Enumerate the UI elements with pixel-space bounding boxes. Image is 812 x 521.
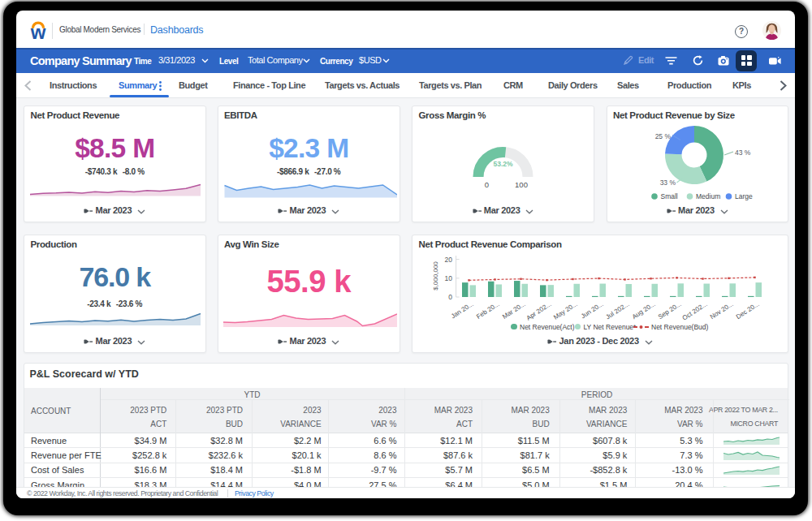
svg-text:w: w: [30, 21, 46, 43]
svg-text:Small: Small: [660, 192, 677, 200]
svg-text:Oct 202...: Oct 202...: [681, 300, 709, 321]
svg-text:Feb 20...: Feb 20...: [475, 300, 500, 321]
svg-text:0: 0: [448, 293, 452, 301]
svg-text:0: 0: [485, 180, 489, 189]
svg-text:Large: Large: [735, 192, 753, 200]
svg-text:Mar 20...: Mar 20...: [501, 300, 526, 321]
svg-text:43 %: 43 %: [735, 149, 751, 157]
svg-text:Dec 20...: Dec 20...: [735, 300, 761, 321]
svg-text:Nov 20...: Nov 20...: [709, 300, 735, 321]
svg-text:$,000,000: $,000,000: [432, 261, 439, 291]
svg-text:May 20...: May 20...: [552, 300, 578, 321]
svg-text:33 %: 33 %: [659, 179, 676, 187]
svg-text:Sep 20...: Sep 20...: [657, 300, 683, 321]
svg-text:Medium: Medium: [696, 192, 720, 200]
svg-text:100: 100: [515, 180, 528, 189]
svg-text:20: 20: [445, 256, 453, 264]
svg-text:10: 10: [445, 274, 453, 282]
svg-text:25 %: 25 %: [654, 132, 671, 140]
svg-text:Jun 20...: Jun 20...: [580, 300, 605, 320]
svg-text:Jul 202...: Jul 202...: [604, 300, 630, 321]
svg-text:Apr 202...: Apr 202...: [525, 300, 553, 321]
svg-text:Jan 20...: Jan 20...: [450, 300, 475, 320]
svg-text:53.2%: 53.2%: [493, 160, 513, 168]
svg-text:Aug 20...: Aug 20...: [631, 300, 657, 321]
